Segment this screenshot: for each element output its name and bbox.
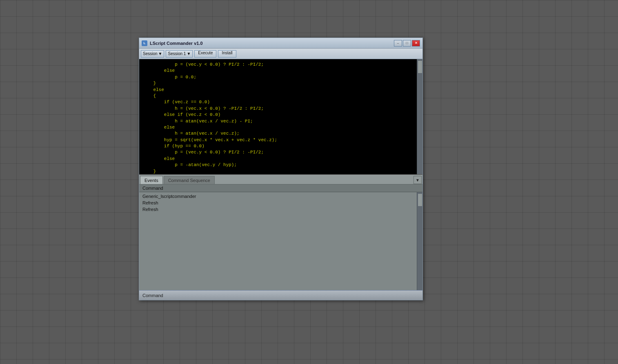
main-window: L LScript Commander v1.0 – □ ✕ Session ▼… — [139, 38, 423, 300]
command-label: Command — [142, 293, 163, 298]
events-scrollbar[interactable] — [417, 192, 422, 290]
event-item-2[interactable]: Refresh — [139, 206, 417, 213]
window-controls: – □ ✕ — [394, 40, 420, 47]
tab-command-sequence[interactable]: Command Sequence — [164, 176, 215, 184]
tab-events[interactable]: Events — [140, 176, 163, 184]
toolbar: Session ▼ Session 1 ▼ Execute Install — [139, 49, 422, 59]
window-title: LScript Commander v1.0 — [150, 41, 394, 46]
code-editor-container: p = (vec.y < 0.0) ? PI/2 : -PI/2; else p… — [139, 59, 422, 175]
session-menu-dropdown[interactable]: Session ▼ — [141, 50, 164, 58]
events-list: Generic_lscriptcommander Refresh Refresh — [139, 192, 422, 290]
events-header: Command — [139, 184, 422, 192]
title-bar: L LScript Commander v1.0 – □ ✕ — [139, 38, 422, 49]
app-icon: L — [142, 40, 147, 46]
events-panel: Command Generic_lscriptcommander Refresh… — [139, 184, 422, 290]
execute-button[interactable]: Execute — [194, 50, 216, 58]
code-content: p = (vec.y < 0.0) ? PI/2 : -PI/2; else p… — [142, 62, 415, 174]
tab-scroll-button[interactable]: ▼ — [413, 176, 422, 184]
tab-bar: Events Command Sequence ▼ — [139, 175, 422, 184]
minimize-button[interactable]: – — [394, 40, 402, 47]
event-item-1[interactable]: Refresh — [139, 200, 417, 206]
session-selector-dropdown[interactable]: Session 1 ▼ — [166, 50, 193, 58]
code-scroll-thumb[interactable] — [418, 61, 422, 73]
event-item-0[interactable]: Generic_lscriptcommander — [139, 193, 417, 200]
maximize-button[interactable]: □ — [403, 40, 411, 47]
code-scrollbar[interactable] — [417, 59, 422, 174]
events-scroll-thumb[interactable] — [418, 194, 422, 206]
close-button[interactable]: ✕ — [412, 40, 420, 47]
code-editor[interactable]: p = (vec.y < 0.0) ? PI/2 : -PI/2; else p… — [139, 59, 422, 174]
install-button[interactable]: Install — [218, 50, 236, 58]
bottom-bar: Command — [139, 290, 422, 300]
